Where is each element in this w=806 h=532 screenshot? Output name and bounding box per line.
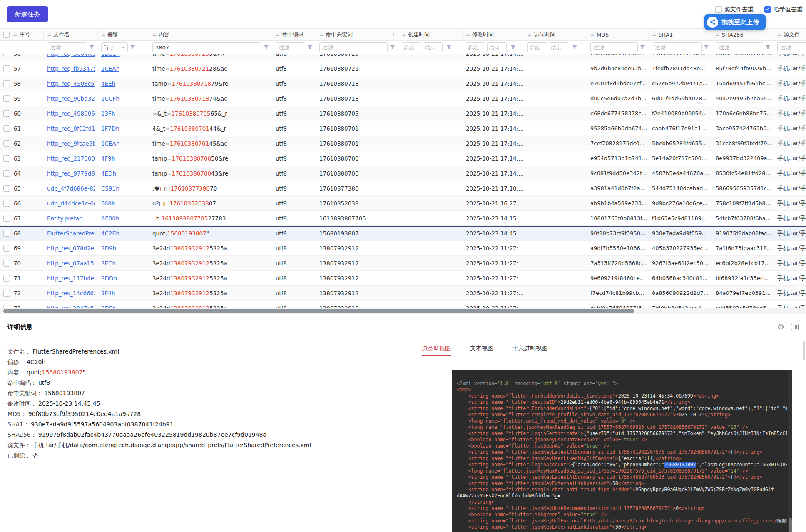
drag-upload-button[interactable]: 拖拽至此上传 <box>704 14 766 30</box>
file-link[interactable]: http_req_9fcae5b3-09f <box>47 140 95 147</box>
filter-end-ctime[interactable] <box>423 42 443 52</box>
row-checkbox[interactable] <box>3 200 10 207</box>
file-link[interactable]: http_res_14c66631-46 <box>47 290 95 297</box>
row-checkbox[interactable] <box>3 140 10 147</box>
row-checkbox[interactable] <box>3 305 10 309</box>
table-row[interactable]: 72 http_res_14c66631-46 3F4h 3e24d138079… <box>0 286 806 301</box>
filter-input-src[interactable] <box>777 42 806 52</box>
filter-funnel-icon[interactable] <box>765 45 771 50</box>
operator-select[interactable]: 等于 <box>101 42 128 52</box>
table-row[interactable]: 61 http_req_0f02fd16-e8c 1F7Dh 4&_t=1761… <box>0 121 806 136</box>
panel-scrollbar-thumb[interactable] <box>803 341 805 360</box>
row-checkbox[interactable] <box>3 80 10 87</box>
offset-link[interactable]: 1CCFh <box>101 95 119 102</box>
table-row[interactable]: 73 http_res_2847c519-23 3DFh 3e24d138079… <box>0 301 806 308</box>
column-header-md5[interactable]: ≡MD5 <box>587 29 649 40</box>
offset-link[interactable]: 3D9h <box>101 245 116 252</box>
table-row[interactable]: 64 http_req_9779d816-68 4EDh tamp=176103… <box>0 166 806 181</box>
row-checkbox[interactable] <box>3 260 10 267</box>
row-checkbox[interactable] <box>3 125 10 132</box>
file-link[interactable]: http_req_217000a7-8c <box>47 155 95 162</box>
column-header-src[interactable]: ≡源文件 <box>774 29 806 40</box>
offset-link[interactable]: 13Fh <box>101 110 115 117</box>
file-link[interactable]: http_req_5604fc54-a7 <box>47 54 95 57</box>
table-row[interactable]: 57 http_req_fb93475f-8d4 1CEAh time=1761… <box>0 61 806 76</box>
column-header-keyword[interactable]: ≡命中关键词 <box>316 29 398 40</box>
filter-funnel-icon[interactable] <box>446 45 452 50</box>
file-link[interactable]: http_req_4508c5ff-7a9 <box>47 80 95 87</box>
column-header-sha256[interactable]: ≡SHA256 <box>712 29 774 40</box>
filter-funnel-icon[interactable] <box>130 45 135 50</box>
row-checkbox[interactable] <box>3 65 10 72</box>
filter-funnel-icon[interactable] <box>264 45 269 50</box>
tab-2[interactable]: 十六进制视图 <box>512 345 547 356</box>
column-header-offset[interactable]: ≡偏移 <box>98 29 149 40</box>
row-checkbox[interactable] <box>3 275 10 282</box>
offset-link[interactable]: 1CEAh <box>101 65 119 72</box>
table-row[interactable]: 62 http_req_9fcae5b3-09f 1CEAh time=1761… <box>0 136 806 151</box>
filter-end-mtime[interactable] <box>487 42 507 52</box>
table-row[interactable]: 58 http_req_4508c5ff-7a9 4EEh tamp=17610… <box>0 76 806 91</box>
row-checkbox[interactable] <box>3 230 10 237</box>
offset-link[interactable]: 3ECh <box>101 260 116 267</box>
offset-link[interactable]: 4EEh <box>101 80 115 87</box>
file-link[interactable]: udp_4f7d686e-821f-4f <box>47 185 95 192</box>
row-checkbox[interactable] <box>3 215 10 222</box>
table-row[interactable]: 67 Entity.prefab AE00h . b: 161389380770… <box>0 211 806 226</box>
dedupe-hash-checkbox[interactable]: 哈希值去重 <box>764 6 803 13</box>
filter-input-content[interactable] <box>152 42 261 52</box>
filter-input-md5[interactable] <box>590 42 638 52</box>
file-link[interactable]: http_res_117b4e76-a7 <box>47 275 95 282</box>
table-row[interactable]: 68 FlutterSharedPreferen 4C2Eh quot;1568… <box>0 226 806 241</box>
filter-funnel-icon[interactable] <box>510 45 516 50</box>
table-row[interactable]: 59 http_req_90bd32b4-47 1CCFh time=17610… <box>0 91 806 106</box>
table-row[interactable]: 65 udp_4f7d686e-821f-4f C591h .�□□ 17610… <box>0 181 806 196</box>
offset-link[interactable]: 3DFh <box>101 305 116 309</box>
table-row[interactable]: 63 http_req_217000a7-8c 4F9h tamp=176103… <box>0 151 806 166</box>
new-task-button[interactable]: 新建任务 <box>7 6 48 22</box>
file-link[interactable]: http_req_0f02fd16-e8c <box>47 125 95 132</box>
row-checkbox[interactable] <box>3 290 10 297</box>
column-header-seq[interactable]: ≡序号 <box>0 29 44 40</box>
row-checkbox[interactable] <box>3 170 10 177</box>
file-link[interactable]: Entity.prefab <box>47 215 83 222</box>
panel-toggle-icon[interactable] <box>791 324 799 330</box>
header-checkbox[interactable] <box>3 32 10 38</box>
gear-icon[interactable]: ⚙ <box>777 322 784 332</box>
checkbox-unchecked[interactable] <box>715 6 722 13</box>
file-link[interactable]: http_req_49800677-05 <box>47 110 95 117</box>
offset-link[interactable]: 1F7Dh <box>101 125 119 132</box>
file-link[interactable]: http_res_2847c519-23 <box>47 305 95 309</box>
filter-funnel-icon[interactable] <box>572 45 577 50</box>
filter-end-atime[interactable] <box>549 42 568 52</box>
file-link[interactable]: http_req_9779d816-68 <box>47 170 95 177</box>
table-row[interactable]: 56 http_req_5604fc54-a7 1D52h time=17610… <box>0 54 806 61</box>
filter-start-mtime[interactable] <box>466 42 485 52</box>
tab-1[interactable]: 文本视图 <box>470 345 493 356</box>
row-checkbox[interactable] <box>3 155 10 162</box>
tab-0[interactable]: 原类型视图 <box>422 345 451 356</box>
file-link[interactable]: http_res_078d2e1a-b5 <box>47 245 95 252</box>
row-checkbox[interactable] <box>3 110 10 117</box>
code-view[interactable]: <?xml version='1.0' encoding='utf-8' sta… <box>452 370 792 532</box>
column-header-sha1[interactable]: ≡SHA1 <box>649 29 712 40</box>
filter-funnel-icon[interactable] <box>390 45 395 50</box>
sort-icon[interactable] <box>392 32 395 37</box>
column-header-mtime[interactable]: ≡修改时间 <box>463 29 524 40</box>
offset-link[interactable]: 3F4h <box>101 290 115 297</box>
row-checkbox[interactable] <box>3 185 10 192</box>
filter-funnel-icon[interactable] <box>89 45 95 50</box>
file-link[interactable]: FlutterSharedPreferen <box>47 230 95 237</box>
offset-link[interactable]: 4EDh <box>101 170 116 177</box>
table-row[interactable]: 71 http_res_117b4e76-a7 3DDh 3e24d138079… <box>0 271 806 286</box>
file-link[interactable]: udp_d44dce1c-6649-4 <box>47 200 95 207</box>
column-header-ctime[interactable]: ≡创建时间 <box>398 29 463 40</box>
filter-start-ctime[interactable] <box>402 42 421 52</box>
file-link[interactable]: http_req_90bd32b4-47 <box>47 95 95 102</box>
offset-link[interactable]: 4F9h <box>101 155 115 162</box>
table-row[interactable]: 66 udp_d44dce1c-6649-4 F68h u?□□ 1761035… <box>0 196 806 211</box>
check-icon[interactable] <box>764 6 771 13</box>
file-link[interactable]: http_req_fb93475f-8d4 <box>47 65 95 72</box>
filter-start-atime[interactable] <box>527 42 547 52</box>
column-header-atime[interactable]: ≡访问时间 <box>524 29 587 40</box>
